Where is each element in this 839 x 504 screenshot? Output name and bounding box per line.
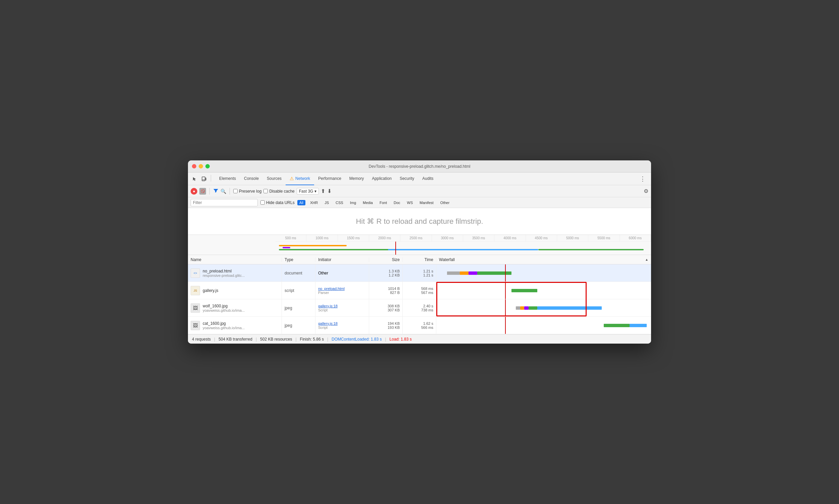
toolbar-sep-1	[210, 188, 210, 195]
col-header-size[interactable]: Size	[369, 257, 403, 262]
more-tabs-button[interactable]: ⋮	[637, 175, 648, 182]
timeline-bar-orange	[279, 245, 347, 246]
settings-button[interactable]: ⚙	[644, 188, 648, 194]
filter-type-other[interactable]: Other	[438, 200, 452, 205]
status-load: Load: 1.83 s	[390, 337, 412, 342]
row-time-3: 1.62 s 566 ms	[403, 317, 436, 334]
filter-type-doc[interactable]: Doc	[392, 200, 403, 205]
wf-bar-orange-wolf	[520, 306, 524, 310]
warning-icon: ⚠	[290, 176, 294, 181]
devtools-window: DevTools - responsive-preload.glitch.me/…	[188, 160, 651, 344]
tab-console[interactable]: Console	[240, 173, 263, 185]
wf-bar-gray	[447, 271, 460, 275]
filter-type-xhr[interactable]: XHR	[308, 200, 320, 205]
col-header-time[interactable]: Time	[403, 257, 436, 262]
col-header-type[interactable]: Type	[282, 257, 316, 262]
row-name-3: 🖼 cat_1600.jpg yoavweiss.github.io/ima..…	[188, 317, 282, 334]
tab-performance[interactable]: Performance	[314, 173, 345, 185]
filter-type-font[interactable]: Font	[378, 200, 389, 205]
ruler-tick: 2000 ms	[369, 235, 400, 241]
tab-memory[interactable]: Memory	[345, 173, 368, 185]
status-finish: Finish: 5.86 s	[300, 337, 324, 342]
status-bar: 4 requests | 504 KB transferred | 502 KB…	[188, 334, 651, 344]
row-url-2: yoavweiss.github.io/ima...	[203, 308, 245, 312]
table-row[interactable]: 🖼 wolf_1600.jpg yoavweiss.github.io/ima.…	[188, 299, 651, 317]
row-name-1: JS gallery.js	[188, 282, 282, 299]
row-initiator-0: Other	[316, 265, 369, 282]
wf-bar-green	[477, 271, 512, 275]
search-icon[interactable]: 🔍	[220, 188, 226, 194]
row-size-0: 1.3 KB 1.2 KB	[369, 265, 403, 282]
upload-button[interactable]: ⬆	[321, 188, 325, 194]
filter-type-media[interactable]: Media	[361, 200, 375, 205]
close-button[interactable]	[192, 164, 196, 168]
record-button[interactable]: ●	[191, 188, 197, 195]
wf-bar-purple	[468, 271, 477, 275]
cursor-icon[interactable]	[191, 175, 199, 183]
ruler-tick: 1500 ms	[338, 235, 369, 241]
maximize-button[interactable]	[206, 164, 210, 168]
row-time-2: 2.40 s 738 ms	[403, 299, 436, 317]
tab-security[interactable]: Security	[396, 173, 418, 185]
tab-application[interactable]: Application	[368, 173, 396, 185]
ruler-tick: 4000 ms	[494, 235, 525, 241]
row-name-text-2: wolf_1600.jpg yoavweiss.github.io/ima...	[203, 304, 245, 312]
col-header-name[interactable]: Name	[188, 257, 282, 262]
filter-type-all[interactable]: All	[297, 200, 305, 205]
tab-network[interactable]: ⚠ Network	[286, 173, 314, 185]
wf-vline-3	[505, 317, 506, 334]
filter-input[interactable]	[191, 199, 258, 206]
preserve-log-checkbox[interactable]: Preserve log	[233, 189, 262, 194]
col-header-waterfall[interactable]: Waterfall ▲	[436, 257, 651, 262]
hide-data-urls-checkbox[interactable]: Hide data URLs	[261, 200, 294, 205]
ruler-tick: 5000 ms	[557, 235, 588, 241]
disable-cache-checkbox[interactable]: Disable cache	[264, 189, 294, 194]
row-type-3: jpeg	[282, 317, 316, 334]
window-title: DevTools - responsive-preload.glitch.me/…	[369, 164, 470, 169]
row-type-1: script	[282, 282, 316, 299]
status-sep-4: |	[327, 337, 328, 342]
row-url-0: responsive-preload.glitc...	[203, 273, 245, 277]
preserve-log-input[interactable]	[233, 189, 238, 193]
filter-type-css[interactable]: CSS	[334, 200, 345, 205]
network-throttle-select[interactable]: Fast 3G ▾	[297, 188, 319, 195]
filter-type-js[interactable]: JS	[322, 200, 331, 205]
minimize-button[interactable]	[199, 164, 203, 168]
clear-button[interactable]: 🚫	[199, 188, 206, 195]
filter-type-manifest[interactable]: Manifest	[417, 200, 435, 205]
status-dom-content: DOMContentLoaded: 1.83 s	[332, 337, 381, 342]
status-sep-5: |	[385, 337, 386, 342]
row-filename-0: no_preload.html	[203, 269, 245, 273]
status-sep-3: |	[295, 337, 296, 342]
ruler-tick: 4500 ms	[526, 235, 557, 241]
row-waterfall-2	[436, 299, 651, 317]
table-row[interactable]: JS gallery.js script no_preload.html Par…	[188, 282, 651, 299]
timeline-bars	[275, 241, 651, 255]
device-icon[interactable]	[200, 175, 208, 183]
titlebar: DevTools - responsive-preload.glitch.me/…	[188, 160, 651, 173]
wf-vline-1	[505, 282, 506, 299]
row-name-0: <> no_preload.html responsive-preload.gl…	[188, 265, 282, 282]
table-row[interactable]: <> no_preload.html responsive-preload.gl…	[188, 265, 651, 282]
table-header: Name Type Initiator Size Time Waterfall …	[188, 255, 651, 265]
wf-bar-orange	[460, 271, 468, 275]
tab-sources[interactable]: Sources	[263, 173, 286, 185]
tab-audits[interactable]: Audits	[418, 173, 437, 185]
status-requests: 4 requests	[192, 337, 211, 342]
table-row[interactable]: 🖼 cat_1600.jpg yoavweiss.github.io/ima..…	[188, 317, 651, 334]
row-type-2: jpeg	[282, 299, 316, 317]
filter-icon[interactable]	[213, 188, 218, 194]
ruler-ticks: 500 ms1000 ms1500 ms2000 ms2500 ms3000 m…	[275, 235, 651, 241]
filter-type-ws[interactable]: WS	[405, 200, 415, 205]
filter-type-img[interactable]: Img	[348, 200, 358, 205]
wf-bar-green-wolf	[529, 306, 537, 310]
download-button[interactable]: ⬇	[327, 188, 332, 194]
timeline-bar-green	[279, 249, 392, 250]
col-header-initiator[interactable]: Initiator	[316, 257, 369, 262]
filmstrip-area: Hit ⌘ R to reload and capture filmstrip.	[188, 208, 651, 235]
sort-arrow-icon: ▲	[645, 258, 648, 262]
tab-elements[interactable]: Elements	[215, 173, 240, 185]
disable-cache-input[interactable]	[264, 189, 268, 193]
hide-data-urls-input[interactable]	[261, 200, 265, 205]
wf-bar-blue-wolf	[537, 306, 602, 310]
